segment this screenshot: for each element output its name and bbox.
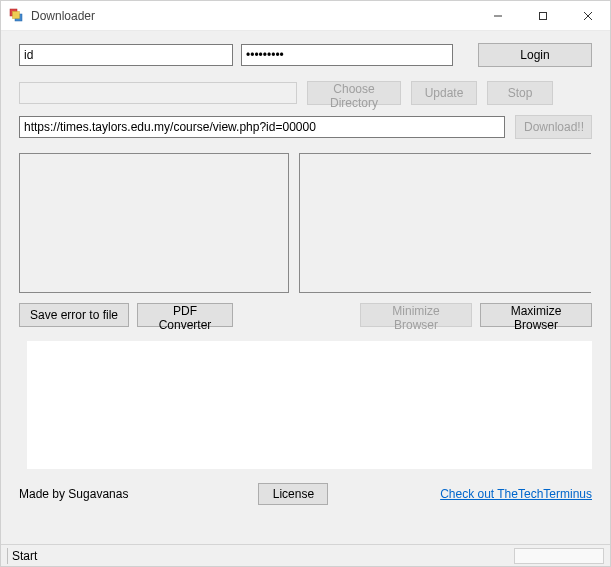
- directory-row: Choose Directory Update Stop: [1, 81, 610, 105]
- license-button[interactable]: License: [258, 483, 328, 505]
- client-area: Login Choose Directory Update Stop Downl…: [1, 31, 610, 544]
- minimize-window-button[interactable]: [475, 1, 520, 30]
- url-row: Download!!: [1, 115, 610, 139]
- window-controls: [475, 1, 610, 30]
- svg-rect-2: [13, 11, 20, 18]
- id-input[interactable]: [19, 44, 233, 66]
- url-input[interactable]: [19, 116, 505, 138]
- statusbar: Start: [1, 544, 610, 566]
- status-text: Start: [12, 549, 37, 563]
- log-panel: [27, 341, 592, 469]
- maximize-window-button[interactable]: [520, 1, 565, 30]
- save-error-button[interactable]: Save error to file: [19, 303, 129, 327]
- right-list-panel[interactable]: [299, 153, 591, 293]
- left-list-panel[interactable]: [19, 153, 289, 293]
- login-row: Login: [1, 31, 610, 67]
- choose-directory-button[interactable]: Choose Directory: [307, 81, 401, 105]
- maximize-browser-button[interactable]: Maximize Browser: [480, 303, 592, 327]
- close-window-button[interactable]: [565, 1, 610, 30]
- minimize-browser-button[interactable]: Minimize Browser: [360, 303, 472, 327]
- footer-row: Made by Sugavanas License Check out TheT…: [1, 469, 610, 511]
- directory-display: [19, 82, 297, 104]
- stop-button[interactable]: Stop: [487, 81, 553, 105]
- titlebar: Downloader: [1, 1, 610, 31]
- credit-label: Made by Sugavanas: [19, 487, 128, 501]
- window-frame: Downloader Login Choose Directory Update: [0, 0, 611, 567]
- panels-row: [1, 139, 610, 293]
- app-icon: [9, 8, 25, 24]
- tech-terminus-link[interactable]: Check out TheTechTerminus: [440, 487, 592, 501]
- status-separator: [7, 548, 8, 564]
- window-title: Downloader: [31, 9, 475, 23]
- update-button[interactable]: Update: [411, 81, 477, 105]
- svg-rect-4: [539, 12, 546, 19]
- pdf-converter-button[interactable]: PDF Converter: [137, 303, 233, 327]
- login-button[interactable]: Login: [478, 43, 592, 67]
- actions-row: Save error to file PDF Converter Minimiz…: [1, 293, 610, 327]
- download-button[interactable]: Download!!: [515, 115, 592, 139]
- password-input[interactable]: [241, 44, 453, 66]
- status-progress: [514, 548, 604, 564]
